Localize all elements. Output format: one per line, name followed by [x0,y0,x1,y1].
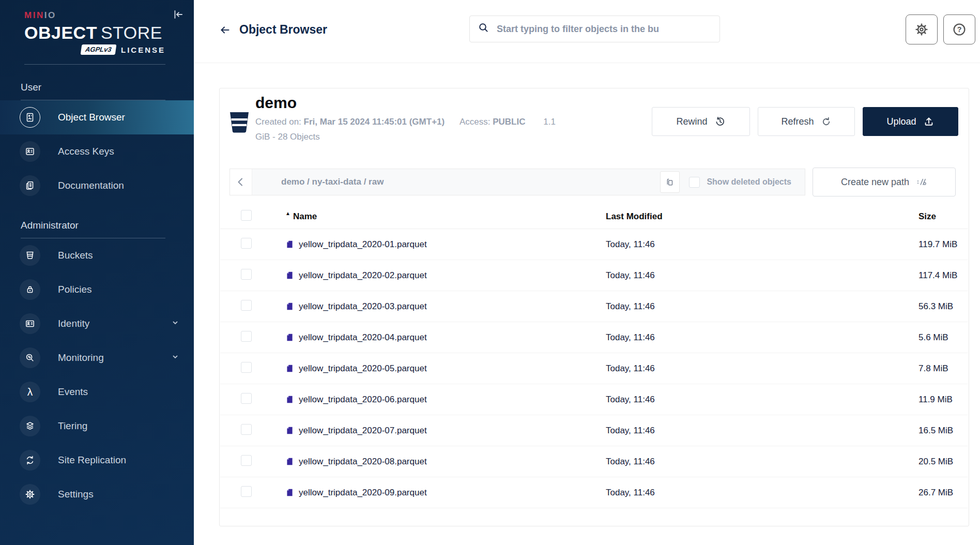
object-name[interactable]: yellow_tripdata_2020-08.parquet [299,457,427,467]
sidebar-item-buckets[interactable]: Buckets [0,238,194,272]
file-icon [285,270,294,280]
sidebar-collapse-icon[interactable] [170,6,187,24]
rewind-clock-icon [714,116,726,127]
row-checkbox[interactable] [241,455,252,466]
object-name[interactable]: yellow_tripdata_2020-07.parquet [299,426,427,436]
create-new-path-button[interactable]: Create new path [813,168,956,196]
select-all-checkbox[interactable] [241,210,252,221]
copy-path-button[interactable] [660,171,680,193]
upload-button[interactable]: Upload [863,107,958,136]
bucket-meta: demo Created on: Fri, Mar 15 2024 11:45:… [255,94,556,142]
show-deleted-label: Show deleted objects [707,177,791,187]
settings-button[interactable] [906,14,938,44]
row-checkbox[interactable] [241,238,252,249]
object-browser-icon [20,107,40,128]
object-name[interactable]: yellow_tripdata_2020-03.parquet [299,301,427,312]
breadcrumb[interactable]: demo / ny-taxi-data / raw [281,177,660,187]
sidebar-item-label: Settings [58,489,94,500]
refresh-button[interactable]: Refresh [758,107,855,136]
row-checkbox[interactable] [241,486,252,497]
object-name[interactable]: yellow_tripdata_2020-02.parquet [299,270,427,281]
object-size: 119.7 MiB [905,239,968,250]
bucket-size-start: 1.1 [543,117,556,127]
minio-console: MINIO OBJECTSTORE AGPLv3 LICENSE User Ob… [0,0,980,545]
chevron-down-icon[interactable] [171,319,179,329]
object-modified: Today, 11:46 [592,332,905,343]
bucket-icon [227,110,252,136]
agpl-badge: AGPLv3 [81,44,116,55]
object-size: 117.4 MiB [905,270,968,281]
row-checkbox[interactable] [241,331,252,342]
help-button[interactable]: ? [943,14,975,44]
table-row[interactable]: yellow_tripdata_2020-07.parquet Today, 1… [220,415,968,446]
show-deleted-toggle[interactable]: Show deleted objects [689,177,791,188]
table-row[interactable]: yellow_tripdata_2020-04.parquet Today, 1… [220,322,968,353]
object-size: 5.6 MiB [905,332,968,343]
file-icon [285,239,294,249]
sidebar-item-monitoring[interactable]: Monitoring [0,341,194,375]
access-label: Access: [460,117,491,127]
lambda-icon: λ [20,382,40,402]
show-deleted-checkbox[interactable] [689,177,700,188]
sidebar-item-access-keys[interactable]: Access Keys [0,134,194,169]
table-row[interactable]: yellow_tripdata_2020-02.parquet Today, 1… [220,260,968,291]
upload-icon [923,116,935,127]
file-icon [285,332,294,342]
object-modified: Today, 11:46 [592,270,905,281]
table-header: ▲ Name Last Modified Size [220,204,968,229]
product-name: OBJECTSTORE [24,23,194,42]
replication-arrows-icon [20,450,40,471]
copy-icon [665,177,676,188]
row-checkbox[interactable] [241,300,252,311]
wordmark-red: MIN [24,10,44,20]
rewind-label: Rewind [676,116,707,127]
rewind-button[interactable]: Rewind [652,107,750,136]
monitoring-icon [20,347,40,368]
breadcrumb-back-button[interactable] [230,169,252,195]
object-name[interactable]: yellow_tripdata_2020-01.parquet [299,239,427,250]
lock-icon [20,279,40,300]
row-checkbox[interactable] [241,362,252,373]
column-header-last-modified[interactable]: Last Modified [592,211,905,222]
table-row[interactable]: yellow_tripdata_2020-01.parquet Today, 1… [220,229,968,260]
column-header-size[interactable]: Size [905,211,968,222]
object-name[interactable]: yellow_tripdata_2020-04.parquet [299,332,427,343]
new-path-icon [916,176,927,188]
object-filter [469,16,720,42]
wordmark-gray: IO [44,10,56,20]
object-name[interactable]: yellow_tripdata_2020-09.parquet [299,488,427,498]
object-name[interactable]: yellow_tripdata_2020-06.parquet [299,395,427,405]
sidebar-item-label: Monitoring [58,352,104,364]
upload-label: Upload [886,116,916,127]
back-arrow-icon[interactable] [219,24,231,36]
search-input[interactable] [496,23,711,35]
sort-asc-icon: ▲ [285,210,290,216]
sidebar-item-tiering[interactable]: Tiering [0,409,194,443]
row-checkbox[interactable] [241,269,252,280]
sidebar: MINIO OBJECTSTORE AGPLv3 LICENSE User Ob… [0,0,194,545]
sidebar-item-label: Events [58,386,88,398]
object-modified: Today, 11:46 [592,301,905,312]
chevron-down-icon[interactable] [171,353,179,363]
sidebar-item-events[interactable]: λ Events [0,375,194,409]
sidebar-item-object-browser[interactable]: Object Browser [0,100,194,134]
table-row[interactable]: yellow_tripdata_2020-03.parquet Today, 1… [220,291,968,322]
minio-wordmark: MINIO [24,10,194,21]
sidebar-item-site-replication[interactable]: Site Replication [0,443,194,477]
row-checkbox[interactable] [241,424,252,435]
row-checkbox[interactable] [241,393,252,404]
path-bar: demo / ny-taxi-data / raw Show deleted o… [229,168,958,196]
object-modified: Today, 11:46 [592,457,905,467]
table-row[interactable]: yellow_tripdata_2020-05.parquet Today, 1… [220,353,968,384]
table-row[interactable]: yellow_tripdata_2020-06.parquet Today, 1… [220,384,968,415]
product-name-light: STORE [101,23,162,42]
sidebar-item-settings[interactable]: Settings [0,477,194,511]
table-row[interactable]: yellow_tripdata_2020-09.parquet Today, 1… [220,477,968,508]
sidebar-item-policies[interactable]: Policies [0,272,194,307]
column-header-name[interactable]: ▲ Name [272,211,592,222]
table-row[interactable]: yellow_tripdata_2020-08.parquet Today, 1… [220,446,968,477]
sidebar-item-identity[interactable]: Identity [0,307,194,341]
object-name[interactable]: yellow_tripdata_2020-05.parquet [299,364,427,374]
sidebar-item-documentation[interactable]: Documentation [0,169,194,203]
breadcrumb-strip: demo / ny-taxi-data / raw Show deleted o… [229,169,805,195]
